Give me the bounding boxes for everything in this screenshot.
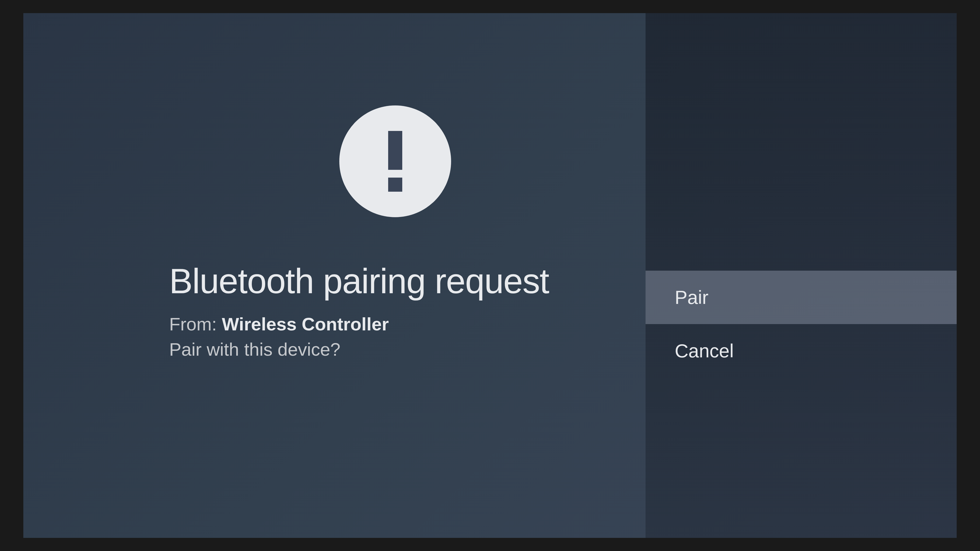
dialog-content-panel: Bluetooth pairing request From: Wireless… — [23, 13, 646, 538]
device-name: Wireless Controller — [222, 314, 389, 334]
alert-icon — [339, 105, 451, 217]
pair-button[interactable]: Pair — [646, 271, 957, 324]
device-from-line: From: Wireless Controller — [169, 314, 597, 335]
cancel-button[interactable]: Cancel — [646, 324, 957, 378]
pairing-dialog-screen: Bluetooth pairing request From: Wireless… — [23, 13, 957, 538]
dialog-title: Bluetooth pairing request — [169, 261, 597, 302]
exclamation-mark — [388, 131, 402, 192]
pairing-question: Pair with this device? — [169, 339, 597, 360]
options-panel: Pair Cancel — [646, 13, 957, 538]
from-label: From: — [169, 314, 217, 334]
